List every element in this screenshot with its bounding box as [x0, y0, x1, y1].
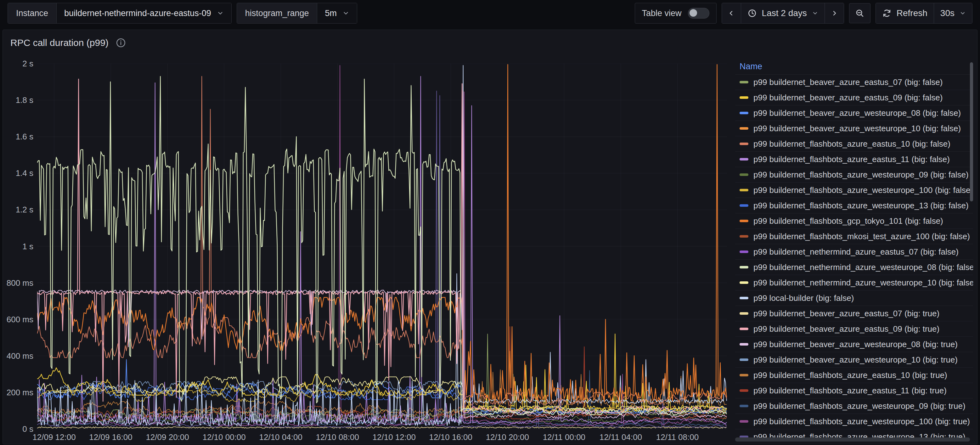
legend-row[interactable]: p99 buildernet_beaver_azure_westeurope_0…: [735, 105, 973, 121]
legend-row[interactable]: p99 buildernet_nethermind_azure_westeuro…: [735, 275, 973, 290]
legend-series-label: p99 buildernet_flashbots_gcp_tokyo_101 (…: [753, 216, 943, 226]
legend-series-label: p99 buildernet_beaver_azure_eastus_09 (b…: [753, 93, 943, 103]
y-tick-label: 0 s: [0, 425, 33, 433]
legend-row[interactable]: p99 buildernet_flashbots_mkosi_test_azur…: [735, 229, 973, 244]
panel-header: RPC call duration (p99): [10, 37, 126, 48]
legend-row[interactable]: p99 buildernet_beaver_azure_eastus_07 (b…: [735, 74, 973, 90]
time-range-picker[interactable]: Last 2 days: [741, 3, 824, 23]
series-color-swatch: [740, 281, 748, 284]
legend-row[interactable]: p99 buildernet_flashbots_azure_westeurop…: [735, 198, 973, 213]
histogram-range-select[interactable]: 5m: [317, 3, 357, 23]
legend-series-label: p99 buildernet_beaver_azure_westeurope_0…: [753, 108, 961, 118]
table-view-toggle[interactable]: [688, 8, 710, 19]
legend-row[interactable]: p99 buildernet_beaver_azure_eastus_09 (b…: [735, 321, 973, 337]
clock-icon: [748, 8, 757, 18]
time-range-label: Last 2 days: [762, 8, 807, 18]
legend-row[interactable]: p99 buildernet_flashbots_azure_eastus_11…: [735, 383, 973, 398]
y-tick-label: 800 ms: [0, 279, 33, 287]
grafana-dashboard: Instance buildernet-nethermind-azure-eas…: [0, 0, 980, 445]
legend-vertical-scrollbar[interactable]: [970, 62, 973, 202]
histogram-range-value: 5m: [325, 8, 337, 18]
series-color-swatch: [740, 220, 748, 222]
histogram-range-label: histogram_range: [237, 3, 318, 23]
chevron-down-icon: [342, 10, 349, 17]
series-color-swatch: [740, 327, 748, 330]
series-line: [37, 65, 727, 426]
series-color-swatch: [740, 297, 748, 299]
series-color-swatch: [740, 112, 748, 114]
legend-row[interactable]: p99 buildernet_flashbots_azure_westeurop…: [735, 413, 973, 429]
legend-row[interactable]: p99 buildernet_flashbots_azure_westeurop…: [735, 182, 973, 198]
series-color-swatch: [740, 158, 748, 161]
legend-row[interactable]: p99 local-builder (big: false): [735, 290, 973, 305]
series-line: [37, 65, 727, 426]
series-line: [37, 91, 727, 427]
y-tick-label: 2 s: [0, 59, 33, 68]
series-line: [37, 76, 727, 415]
legend-series-label: p99 buildernet_nethermind_azure_eastus_0…: [753, 247, 959, 257]
legend-series-label: p99 buildernet_beaver_azure_westeurope_0…: [753, 340, 958, 349]
legend-horizontal-scrollbar[interactable]: [735, 437, 970, 442]
series-color-swatch: [740, 374, 748, 377]
magnifier-minus-icon: [855, 8, 864, 18]
legend-series-label: p99 buildernet_nethermind_azure_westeuro…: [753, 278, 973, 288]
legend-table: Name p99 buildernet_beaver_azure_eastus_…: [735, 59, 973, 444]
legend-series-label: p99 buildernet_flashbots_mkosi_test_azur…: [753, 232, 970, 242]
legend-row[interactable]: p99 buildernet_flashbots_azure_westeurop…: [735, 398, 973, 413]
legend-row[interactable]: p99 buildernet_nethermind_azure_eastus_0…: [735, 244, 973, 259]
legend-row[interactable]: p99 buildernet_nethermind_azure_westeuro…: [735, 259, 973, 275]
y-tick-label: 400 ms: [0, 352, 33, 360]
legend-series-label: p99 buildernet_beaver_azure_westeurope_1…: [753, 124, 961, 134]
series-line: [37, 76, 727, 424]
y-tick-label: 200 ms: [0, 388, 33, 397]
zoom-out-time-button[interactable]: [849, 3, 870, 23]
series-color-swatch: [740, 389, 748, 392]
legend-series-label: p99 buildernet_flashbots_azure_eastus_10…: [753, 370, 947, 380]
legend-row[interactable]: p99 buildernet_flashbots_azure_westeurop…: [735, 167, 973, 182]
chevron-left-icon: [728, 10, 735, 17]
legend-series-label: p99 buildernet_flashbots_azure_westeurop…: [753, 170, 969, 180]
series-color-swatch: [740, 251, 748, 253]
legend-row[interactable]: p99 buildernet_beaver_azure_westeurope_1…: [735, 121, 973, 136]
x-tick-label: 12/11 08:00: [640, 433, 715, 441]
table-view-label: Table view: [642, 8, 682, 18]
time-range-group: Last 2 days: [722, 3, 844, 24]
y-tick-label: 1 s: [0, 242, 33, 251]
legend-row[interactable]: p99 buildernet_beaver_azure_westeurope_1…: [735, 352, 973, 367]
time-shift-forward-button[interactable]: [824, 3, 844, 23]
series-color-swatch: [740, 420, 748, 423]
legend-series-label: p99 buildernet_beaver_azure_eastus_07 (b…: [753, 309, 939, 318]
refresh-group: Refresh 30s: [875, 3, 972, 24]
series-color-swatch: [740, 343, 748, 346]
refresh-interval-select[interactable]: 30s: [934, 3, 972, 23]
refresh-interval-value: 30s: [940, 8, 955, 18]
series-color-swatch: [740, 96, 748, 99]
instance-variable: Instance buildernet-nethermind-azure-eas…: [8, 3, 232, 24]
toggle-knob: [689, 9, 697, 17]
refresh-icon: [882, 8, 892, 18]
y-tick-label: 1.8 s: [0, 96, 33, 104]
instance-variable-value: buildernet-nethermind-azure-eastus-09: [64, 8, 211, 18]
legend-row[interactable]: p99 buildernet_flashbots_azure_eastus_10…: [735, 367, 973, 383]
timeseries-chart[interactable]: [37, 64, 727, 429]
legend-name-header[interactable]: Name: [735, 59, 973, 74]
legend-row[interactable]: p99 buildernet_flashbots_azure_eastus_10…: [735, 136, 973, 151]
series-color-swatch: [740, 143, 748, 145]
legend-row[interactable]: p99 buildernet_beaver_azure_eastus_07 (b…: [735, 305, 973, 321]
legend-row[interactable]: p99 buildernet_flashbots_azure_eastus_11…: [735, 151, 973, 167]
chevron-down-icon: [217, 10, 224, 17]
info-icon[interactable]: [116, 37, 126, 48]
series-line: [37, 79, 727, 413]
refresh-button[interactable]: Refresh: [876, 3, 934, 23]
chevron-down-icon: [812, 10, 818, 16]
legend-row[interactable]: p99 buildernet_beaver_azure_westeurope_0…: [735, 337, 973, 352]
series-color-swatch: [740, 189, 748, 191]
legend-series-label: p99 buildernet_beaver_azure_eastus_09 (b…: [753, 324, 939, 334]
legend-row[interactable]: p99 buildernet_flashbots_gcp_tokyo_101 (…: [735, 213, 973, 229]
legend-row[interactable]: p99 buildernet_beaver_azure_eastus_09 (b…: [735, 90, 973, 105]
panel-title[interactable]: RPC call duration (p99): [10, 37, 108, 48]
legend-series-label: p99 buildernet_flashbots_azure_westeurop…: [753, 401, 966, 411]
instance-variable-select[interactable]: buildernet-nethermind-azure-eastus-09: [57, 3, 231, 23]
series-color-swatch: [740, 358, 748, 361]
time-shift-back-button[interactable]: [722, 3, 741, 23]
